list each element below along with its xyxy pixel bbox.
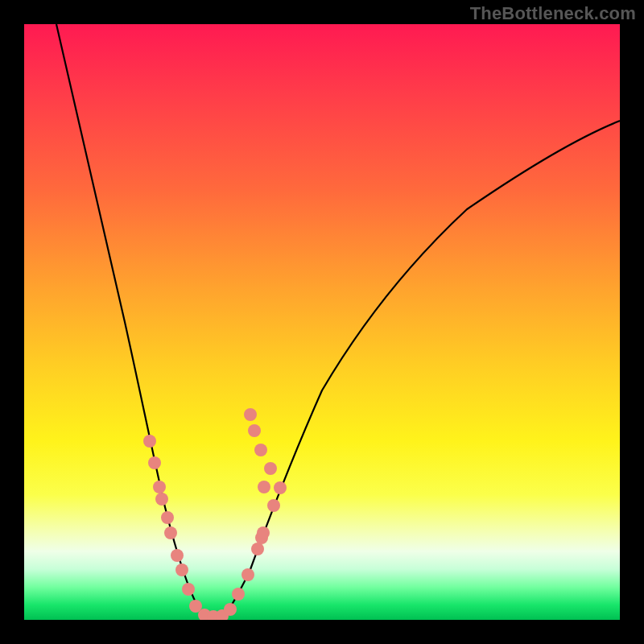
dot bbox=[244, 408, 257, 421]
dot bbox=[148, 456, 161, 469]
dot bbox=[264, 462, 277, 475]
left-curve bbox=[56, 24, 209, 617]
dot bbox=[171, 549, 184, 562]
dot bbox=[153, 481, 166, 493]
dot bbox=[257, 526, 270, 539]
dot bbox=[224, 603, 237, 616]
dot bbox=[242, 568, 254, 581]
dot bbox=[248, 424, 261, 437]
dot bbox=[258, 481, 270, 493]
dot bbox=[254, 444, 267, 456]
dot bbox=[143, 435, 156, 448]
curves-svg bbox=[24, 24, 620, 620]
pink-dots-group bbox=[143, 408, 287, 620]
dot bbox=[161, 511, 174, 524]
dot bbox=[175, 564, 188, 576]
dot bbox=[232, 588, 245, 601]
chart-frame: TheBottleneck.com bbox=[0, 0, 644, 644]
dot bbox=[274, 481, 287, 494]
watermark-text: TheBottleneck.com bbox=[470, 3, 636, 24]
dot bbox=[164, 526, 177, 539]
dot bbox=[267, 499, 280, 512]
dot bbox=[251, 543, 264, 555]
right-curve bbox=[221, 121, 620, 617]
plot-area bbox=[24, 24, 620, 620]
dot bbox=[182, 583, 195, 596]
dot bbox=[155, 493, 168, 506]
